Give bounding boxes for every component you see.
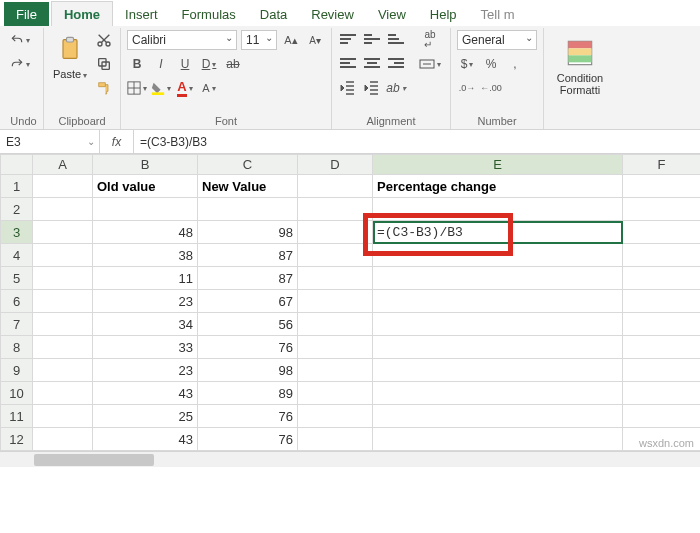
cell[interactable]: 98 xyxy=(198,359,298,382)
sheet-table[interactable]: A B C D E F 1 Old value New Value Percen… xyxy=(0,154,700,451)
cell[interactable] xyxy=(33,336,93,359)
cell[interactable] xyxy=(298,359,373,382)
increase-indent-button[interactable] xyxy=(362,78,382,98)
row-header[interactable]: 5 xyxy=(1,267,33,290)
cell[interactable]: 48 xyxy=(93,221,198,244)
cell[interactable] xyxy=(373,359,623,382)
cell[interactable]: 76 xyxy=(198,405,298,428)
cell[interactable] xyxy=(298,313,373,336)
cell[interactable]: 76 xyxy=(198,428,298,451)
scrollbar-thumb[interactable] xyxy=(34,454,154,466)
cell-styles-button[interactable]: A xyxy=(199,78,219,98)
cell[interactable]: 76 xyxy=(198,336,298,359)
cell[interactable]: 33 xyxy=(93,336,198,359)
font-size-combo[interactable]: 11 xyxy=(241,30,277,50)
cell[interactable] xyxy=(373,198,623,221)
col-header-C[interactable]: C xyxy=(198,155,298,175)
tab-home[interactable]: Home xyxy=(51,1,113,26)
cell[interactable]: 98 xyxy=(198,221,298,244)
cell[interactable] xyxy=(298,221,373,244)
tab-file[interactable]: File xyxy=(4,2,49,26)
cell[interactable]: 11 xyxy=(93,267,198,290)
tab-insert[interactable]: Insert xyxy=(113,2,170,26)
cell[interactable]: 67 xyxy=(198,290,298,313)
cell[interactable]: 43 xyxy=(93,382,198,405)
wrap-text-button[interactable]: ab↵ xyxy=(416,30,444,50)
decrease-indent-button[interactable] xyxy=(338,78,358,98)
cell[interactable]: 87 xyxy=(198,244,298,267)
row-header[interactable]: 2 xyxy=(1,198,33,221)
merge-center-button[interactable] xyxy=(416,54,444,74)
orientation-button[interactable]: ab xyxy=(386,78,406,98)
cell[interactable] xyxy=(33,290,93,313)
comma-button[interactable]: , xyxy=(505,54,525,74)
bold-button[interactable]: B xyxy=(127,54,147,74)
tab-view[interactable]: View xyxy=(366,2,418,26)
decrease-font-button[interactable]: A▾ xyxy=(305,30,325,50)
strikethrough-button[interactable]: ab xyxy=(223,54,243,74)
cell[interactable] xyxy=(298,336,373,359)
row-header[interactable]: 11 xyxy=(1,405,33,428)
font-name-combo[interactable]: Calibri xyxy=(127,30,237,50)
cell[interactable] xyxy=(373,428,623,451)
cell[interactable]: 43 xyxy=(93,428,198,451)
cell[interactable] xyxy=(623,198,701,221)
cell[interactable] xyxy=(33,221,93,244)
cell[interactable] xyxy=(373,382,623,405)
copy-button[interactable] xyxy=(94,54,114,74)
cell[interactable] xyxy=(198,198,298,221)
cell[interactable] xyxy=(298,198,373,221)
currency-button[interactable]: $ xyxy=(457,54,477,74)
cell[interactable]: 23 xyxy=(93,359,198,382)
fx-icon[interactable]: fx xyxy=(100,130,134,153)
cell[interactable] xyxy=(623,290,701,313)
align-right-button[interactable] xyxy=(386,54,406,74)
paste-button[interactable]: Paste xyxy=(50,30,90,80)
row-header[interactable]: 6 xyxy=(1,290,33,313)
select-all-corner[interactable] xyxy=(1,155,33,175)
cell[interactable] xyxy=(298,428,373,451)
cut-button[interactable] xyxy=(94,30,114,50)
row-header[interactable]: 7 xyxy=(1,313,33,336)
cell[interactable] xyxy=(33,428,93,451)
row-header[interactable]: 12 xyxy=(1,428,33,451)
col-header-D[interactable]: D xyxy=(298,155,373,175)
cell[interactable]: Percentage change xyxy=(373,175,623,198)
underline-button[interactable]: U xyxy=(175,54,195,74)
cell[interactable] xyxy=(373,313,623,336)
cell[interactable] xyxy=(373,336,623,359)
cell[interactable] xyxy=(33,313,93,336)
borders-button[interactable] xyxy=(127,78,147,98)
cell[interactable] xyxy=(373,244,623,267)
cell[interactable] xyxy=(623,175,701,198)
double-underline-button[interactable]: D xyxy=(199,54,219,74)
percent-button[interactable]: % xyxy=(481,54,501,74)
cell[interactable] xyxy=(623,313,701,336)
col-header-E[interactable]: E xyxy=(373,155,623,175)
cell[interactable]: 25 xyxy=(93,405,198,428)
font-color-button[interactable]: A xyxy=(175,78,195,98)
col-header-A[interactable]: A xyxy=(33,155,93,175)
increase-font-button[interactable]: A▴ xyxy=(281,30,301,50)
cell[interactable]: 34 xyxy=(93,313,198,336)
cell[interactable] xyxy=(33,382,93,405)
align-middle-button[interactable] xyxy=(362,30,382,50)
row-header[interactable]: 9 xyxy=(1,359,33,382)
cell[interactable] xyxy=(33,244,93,267)
cell[interactable] xyxy=(623,267,701,290)
conditional-formatting-button[interactable]: Condition Formatti xyxy=(550,30,610,96)
horizontal-scrollbar[interactable] xyxy=(0,451,700,467)
cell[interactable]: 23 xyxy=(93,290,198,313)
cell[interactable]: 38 xyxy=(93,244,198,267)
italic-button[interactable]: I xyxy=(151,54,171,74)
col-header-F[interactable]: F xyxy=(623,155,701,175)
cell[interactable] xyxy=(623,382,701,405)
tellme-search[interactable]: Tell m xyxy=(469,2,527,26)
align-left-button[interactable] xyxy=(338,54,358,74)
cell[interactable] xyxy=(298,175,373,198)
active-cell-E3[interactable]: =(C3-B3)/B3 xyxy=(373,221,623,244)
tab-review[interactable]: Review xyxy=(299,2,366,26)
cell[interactable]: 87 xyxy=(198,267,298,290)
row-header[interactable]: 4 xyxy=(1,244,33,267)
cell[interactable] xyxy=(298,382,373,405)
